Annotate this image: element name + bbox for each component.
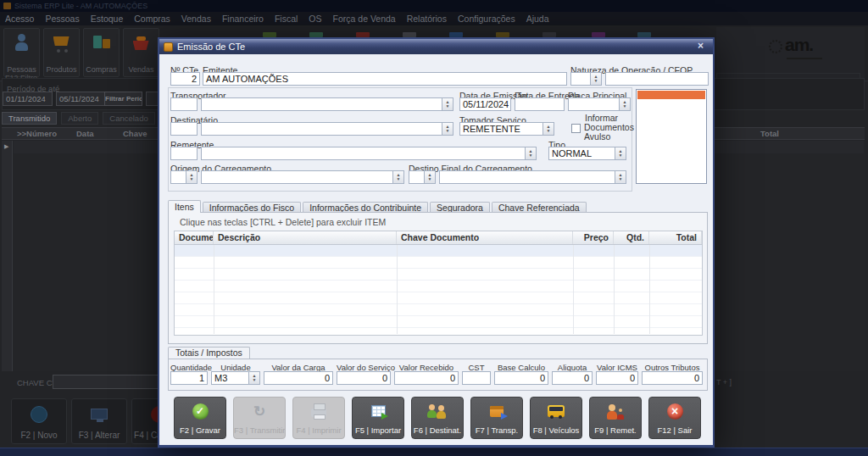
button-f2-gravar[interactable]: F2 | Gravar: [174, 397, 226, 439]
button-f8-ve-culos[interactable]: F8 | Veículos: [530, 397, 582, 439]
filtrar-periodo-button[interactable]: Filtrar Período: [104, 92, 142, 106]
items-table[interactable]: DocumentoDescriçãoChave DocumentoPreçoQt…: [174, 231, 703, 336]
menu-item-for-a-de-venda[interactable]: Força de Venda: [333, 14, 396, 24]
spinner-icon[interactable]: [186, 171, 197, 183]
menu-item-relat-rios[interactable]: Relatórios: [407, 14, 447, 24]
button-f7-transp[interactable]: F7 | Transp.: [470, 397, 523, 439]
import-table-icon: [371, 405, 386, 417]
menu-item-pessoas[interactable]: Pessoas: [45, 14, 79, 24]
spinner-icon[interactable]: [442, 123, 453, 135]
transportador-value: [202, 98, 442, 110]
date-to-input[interactable]: 05/11/2024: [56, 92, 106, 106]
data-emissao-input[interactable]: 05/11/2024: [459, 97, 511, 111]
valor-da-carga-input[interactable]: 0: [264, 371, 333, 385]
tipo-value: NORMAL: [549, 147, 615, 159]
ncte-input[interactable]: 2: [170, 72, 200, 86]
items-column-qtd: Qtd.: [614, 231, 649, 244]
toolbar-pessoas[interactable]: Pessoas: [3, 28, 40, 77]
remetente-code-input[interactable]: [170, 147, 198, 160]
valor-icms-input[interactable]: 0: [596, 371, 638, 385]
cst-input[interactable]: [462, 371, 491, 385]
toolbar-compras[interactable]: Compras: [83, 28, 120, 77]
items-table-body[interactable]: [175, 245, 702, 335]
destinatario-combo[interactable]: [201, 122, 453, 136]
app-titlebar: Sistema ERP Lite - AM AUTOMAÇÕES: [0, 0, 868, 12]
logo-panel: am.: [716, 27, 865, 80]
dialog-titlebar[interactable]: Emissão de CTe: [159, 39, 713, 54]
transportador-code-input[interactable]: [170, 97, 198, 111]
spinner-icon[interactable]: [619, 98, 630, 110]
spinner-icon[interactable]: [248, 372, 259, 384]
spinner-icon[interactable]: [615, 171, 626, 183]
natureza-input[interactable]: [605, 72, 709, 86]
bg-button-f2-novo[interactable]: F2 | Novo: [11, 398, 67, 444]
natureza-code-spinner[interactable]: [570, 72, 602, 86]
side-list-panel[interactable]: [636, 89, 707, 184]
quantidade-input[interactable]: 1: [170, 371, 208, 385]
menu-item-estoque[interactable]: Estoque: [91, 14, 124, 24]
valor-do-servi-o-input[interactable]: 0: [337, 371, 391, 385]
remetente-combo[interactable]: [201, 147, 537, 160]
status-tab-transmitido[interactable]: Transmitido: [2, 112, 57, 125]
spinner-icon[interactable]: [392, 171, 403, 183]
informar-documentos-checkbox[interactable]: [571, 124, 581, 133]
menu-item-compras[interactable]: Compras: [134, 14, 170, 24]
menu-item-fiscal[interactable]: Fiscal: [275, 14, 298, 24]
column-divider: [214, 245, 214, 334]
menu-item-ajuda[interactable]: Ajuda: [526, 14, 549, 24]
toolbar-produtos[interactable]: Produtos: [43, 28, 80, 77]
column-divider: [573, 245, 574, 334]
origem-combo[interactable]: [201, 170, 404, 184]
menu-item-configura-es[interactable]: Configurações: [458, 14, 515, 24]
spinner-icon[interactable]: [590, 73, 601, 85]
destinatario-code-input[interactable]: [170, 122, 198, 136]
valor-recebido-input[interactable]: 0: [394, 371, 459, 385]
spinner-icon[interactable]: [525, 147, 536, 159]
toolbar-vendas[interactable]: Vendas: [123, 28, 159, 77]
dialog-tabs: ItensInformações do FiscoInformações do …: [168, 200, 588, 213]
placa-value: [569, 98, 619, 110]
button-f6-destinat[interactable]: F6 | Destinat.: [411, 397, 464, 439]
menu-item-acesso[interactable]: Acesso: [5, 14, 34, 24]
menu-item-financeiro[interactable]: Financeiro: [222, 14, 264, 24]
status-tab-aberto[interactable]: Aberto: [61, 112, 98, 125]
button-f5-importar[interactable]: F5 | Importar: [352, 397, 404, 439]
destino-code-spinner[interactable]: [409, 170, 436, 184]
items-table-first-row[interactable]: [175, 245, 702, 256]
tomador-combo[interactable]: REMETENTE: [459, 122, 554, 136]
base-calculo-input[interactable]: 0: [494, 371, 548, 385]
tab-itens[interactable]: Itens: [168, 200, 201, 213]
button-f9-remet[interactable]: F9 | Remet.: [589, 397, 642, 439]
bg-button-f3-alterar[interactable]: F3 | Alterar: [71, 398, 127, 444]
items-column-chave-documento: Chave Documento: [397, 231, 573, 244]
origem-code-spinner[interactable]: [170, 170, 198, 184]
menu-item-vendas[interactable]: Vendas: [181, 14, 211, 24]
button-f12-sair[interactable]: F12 | Sair: [648, 397, 701, 439]
status-tab-cancelado[interactable]: Cancelado: [103, 112, 154, 125]
emitente-input[interactable]: AM AUTOMAÇÕES: [203, 72, 567, 86]
items-column-total: Total: [649, 231, 702, 244]
items-table-header: DocumentoDescriçãoChave DocumentoPreçoQt…: [175, 231, 702, 245]
placa-combo[interactable]: [568, 97, 631, 111]
spinner-icon[interactable]: [442, 98, 453, 110]
package-icon: [490, 406, 504, 417]
aliquota-input[interactable]: 0: [552, 371, 593, 385]
data-entrega-input[interactable]: [515, 97, 565, 111]
totais-tab[interactable]: Totais / Impostos: [168, 347, 250, 359]
date-from-input[interactable]: 01/11/2024: [3, 92, 53, 106]
spinner-icon[interactable]: [424, 171, 435, 183]
destino-combo[interactable]: [439, 170, 626, 184]
column-divider: [649, 245, 650, 334]
close-icon[interactable]: [694, 40, 707, 53]
column-divider: [397, 245, 398, 334]
globe-icon: [31, 406, 47, 423]
outros-tributos-input[interactable]: 0: [642, 371, 703, 385]
spinner-icon[interactable]: [542, 123, 554, 135]
emissao-cte-dialog: Emissão de CTe Nº CTe 2 Emitente AM AUTO…: [158, 37, 715, 448]
tipo-combo[interactable]: NORMAL: [548, 147, 626, 160]
spinner-icon[interactable]: [615, 147, 626, 159]
menu-item-os[interactable]: OS: [309, 14, 321, 24]
unidade-combo[interactable]: M3: [211, 371, 260, 385]
toolbar-label: Compras: [84, 65, 119, 74]
transportador-combo[interactable]: [201, 97, 453, 111]
